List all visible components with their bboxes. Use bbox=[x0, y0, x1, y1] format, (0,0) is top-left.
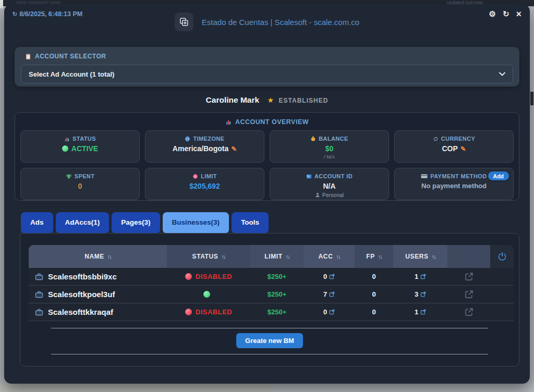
business-row-open bbox=[447, 303, 490, 321]
balance-card: BALANCE $0 / N/A bbox=[270, 130, 389, 163]
background-edge-mark bbox=[530, 92, 533, 105]
tab-ads[interactable]: Ads bbox=[21, 212, 53, 233]
sort-arrows-icon: ↑↓ bbox=[336, 253, 339, 260]
column-header-fp[interactable]: FP↑↓ bbox=[355, 245, 393, 268]
currency-card: CURRENCY COP✎ bbox=[394, 130, 514, 163]
account-id-label: ACCOUNT ID bbox=[270, 173, 389, 179]
sort-arrows-icon: ↑↓ bbox=[221, 253, 225, 260]
external-link-small-icon[interactable] bbox=[420, 309, 426, 315]
estado-de-cuentas-modal: ↻8/6/2025, 6:48:13 PM Estado de Cuentas … bbox=[4, 4, 530, 384]
money-bag-icon bbox=[310, 136, 316, 142]
business-row-users: 1 bbox=[393, 268, 447, 286]
copy-plus-icon[interactable] bbox=[175, 13, 193, 31]
account-id-card: ACCOUNT ID N/A Personal bbox=[270, 168, 389, 200]
tab-adaccs[interactable]: AdAccs(1) bbox=[56, 212, 110, 233]
modal-header: ↻8/6/2025, 6:48:13 PM Estado de Cuentas … bbox=[4, 4, 530, 44]
credit-card-icon bbox=[421, 174, 428, 179]
business-row-limit: $250+ bbox=[250, 286, 304, 303]
status-card: STATUS ACTIVE bbox=[20, 130, 140, 163]
add-payment-button[interactable]: Add bbox=[488, 172, 509, 180]
close-icon[interactable]: × bbox=[516, 10, 521, 18]
modal-title: Estado de Cuentas | Scalesoft - scale.co… bbox=[175, 13, 359, 31]
edit-pencil-icon[interactable]: ✎ bbox=[231, 145, 237, 153]
external-link-small-icon[interactable] bbox=[329, 274, 335, 279]
background-bottom-strip bbox=[0, 384, 271, 392]
status-text: DISABLED bbox=[196, 308, 232, 316]
coin-icon bbox=[192, 174, 198, 179]
business-row-limit: $250+ bbox=[250, 268, 304, 286]
account-overview-title: ACCOUNT OVERVIEW bbox=[20, 117, 514, 127]
background-bottom-strip bbox=[271, 384, 534, 392]
external-link-small-icon[interactable] bbox=[329, 291, 335, 297]
established-badge: ESTABLISHED bbox=[279, 97, 329, 104]
column-header-users[interactable]: USERS↑↓ bbox=[393, 245, 447, 268]
external-link-icon[interactable] bbox=[465, 290, 474, 299]
business-row-status: DISABLED bbox=[167, 268, 250, 286]
business-row-power-cell bbox=[490, 286, 514, 303]
business-row-open bbox=[447, 268, 490, 286]
tab-businesses[interactable]: Businesses(3) bbox=[163, 212, 229, 233]
refresh-small-icon[interactable]: ↻ bbox=[13, 11, 17, 17]
spent-card: SPENT 0 bbox=[20, 168, 140, 200]
external-link-small-icon[interactable] bbox=[420, 274, 426, 279]
account-name: Caroline Mark bbox=[206, 95, 260, 104]
business-row-fp: 0 bbox=[355, 268, 393, 286]
column-header-blank bbox=[447, 245, 490, 268]
external-link-small-icon[interactable] bbox=[329, 309, 335, 315]
column-header-name[interactable]: NAME↑↓ bbox=[29, 245, 167, 268]
account-selector-panel: ACCOUNT SELECTOR Select Ad Account (1 to… bbox=[15, 47, 519, 87]
limit-value: $205,692 bbox=[145, 182, 264, 190]
status-dot bbox=[185, 273, 192, 280]
external-link-icon[interactable] bbox=[465, 272, 474, 281]
business-row-open bbox=[447, 286, 490, 303]
tab-bar: Ads AdAccs(1) Pages(3) Businesses(3) Too… bbox=[21, 212, 519, 233]
payment-method-value: No payment method bbox=[395, 182, 513, 190]
tab-pages[interactable]: Pages(3) bbox=[112, 212, 160, 233]
active-status-dot bbox=[62, 145, 68, 152]
account-overview-panel: ACCOUNT OVERVIEW STATUS ACTIVE bbox=[15, 112, 519, 201]
person-icon bbox=[315, 192, 320, 198]
sort-arrows-icon: ↑↓ bbox=[286, 253, 289, 260]
status-dot bbox=[185, 309, 192, 315]
timezone-card: TIMEZONE America/Bogota✎ bbox=[145, 130, 264, 163]
briefcase-icon bbox=[35, 308, 43, 316]
column-header-power[interactable] bbox=[490, 245, 514, 268]
globe-icon bbox=[185, 136, 190, 142]
bar-chart-icon bbox=[225, 119, 232, 125]
spent-label: SPENT bbox=[21, 173, 139, 179]
external-link-small-icon[interactable] bbox=[420, 291, 426, 297]
business-row-power-cell bbox=[490, 303, 514, 321]
column-header-limit[interactable]: LIMIT↑↓ bbox=[250, 245, 304, 268]
edit-pencil-icon[interactable]: ✎ bbox=[460, 145, 466, 153]
business-row-users: 1 bbox=[393, 303, 447, 321]
business-row-name: Scalesoftkpoel3uf bbox=[29, 286, 167, 303]
create-new-bm-button[interactable]: Greate new BM bbox=[236, 333, 303, 348]
business-row-fp: 0 bbox=[355, 303, 393, 321]
business-row-limit: $250+ bbox=[250, 303, 304, 321]
refresh-icon[interactable]: ↻ bbox=[503, 9, 509, 19]
external-link-icon[interactable] bbox=[465, 308, 474, 316]
sort-arrows-icon: ↑↓ bbox=[107, 253, 111, 260]
column-header-acc[interactable]: ACC↑↓ bbox=[304, 245, 355, 268]
overview-cards: STATUS ACTIVE TIMEZONE America/Bogota✎ bbox=[20, 130, 514, 200]
account-name-line: Caroline Mark ★ ESTABLISHED bbox=[4, 95, 530, 106]
window-controls: ⚙ ↻ × bbox=[489, 9, 521, 19]
sort-arrows-icon: ↑↓ bbox=[378, 253, 382, 260]
business-row-acc: 7 bbox=[304, 286, 355, 303]
currency-value: COP✎ bbox=[395, 144, 513, 153]
tab-tools[interactable]: Tools bbox=[232, 212, 269, 233]
status-text: DISABLED bbox=[196, 273, 232, 280]
settings-gear-icon[interactable]: ⚙ bbox=[489, 9, 495, 19]
balance-label: BALANCE bbox=[270, 136, 389, 142]
power-icon bbox=[497, 251, 507, 262]
star-icon: ★ bbox=[268, 96, 274, 104]
payment-method-card: Add PAYMENT METHOD No payment method bbox=[394, 168, 514, 200]
bar-chart-icon bbox=[64, 136, 70, 142]
id-card-icon bbox=[306, 174, 312, 179]
balance-value: $0 bbox=[270, 144, 389, 153]
divider bbox=[51, 354, 488, 354]
status-value: ACTIVE bbox=[21, 144, 139, 153]
ad-account-select[interactable]: Select Ad Account (1 total) bbox=[21, 65, 513, 83]
chevron-down-icon bbox=[499, 72, 505, 76]
column-header-status[interactable]: STATUS↑↓ bbox=[167, 245, 250, 268]
